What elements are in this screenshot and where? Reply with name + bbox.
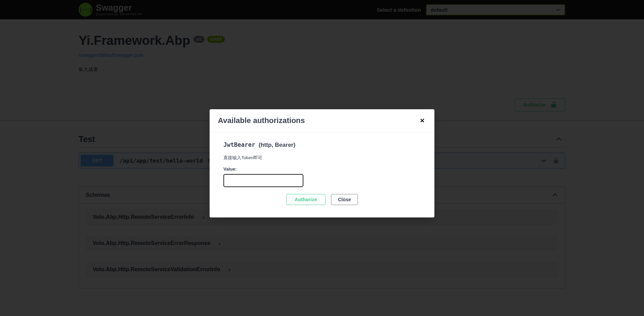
- modal-authorize-button[interactable]: Authorize: [286, 194, 326, 205]
- auth-modal-body: JwtBearer (http, Bearer) 直接输入Token即可 Val…: [210, 132, 434, 217]
- token-value-input[interactable]: [223, 174, 303, 187]
- auth-scheme-name: JwtBearer: [223, 141, 255, 148]
- auth-modal-actions: Authorize Close: [223, 194, 421, 205]
- auth-modal-header: Available authorizations ✕: [210, 109, 434, 132]
- auth-modal: Available authorizations ✕ JwtBearer (ht…: [210, 109, 434, 217]
- auth-modal-title: Available authorizations: [218, 116, 305, 125]
- value-label: Value:: [223, 166, 421, 172]
- auth-scheme-description: 直接输入Token即可: [223, 155, 421, 161]
- modal-close-button[interactable]: Close: [331, 194, 358, 205]
- auth-scheme-type: (http, Bearer): [259, 142, 295, 149]
- close-icon[interactable]: ✕: [419, 117, 426, 124]
